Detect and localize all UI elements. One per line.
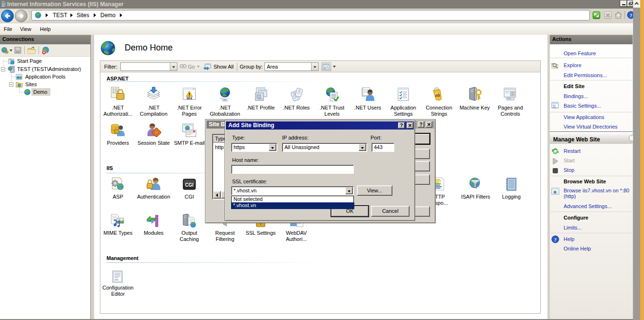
svg-text:ab: ab bbox=[435, 93, 440, 98]
svg-text:?: ? bbox=[554, 237, 557, 242]
svg-text:?: ? bbox=[630, 12, 633, 18]
svg-text:CGI: CGI bbox=[185, 182, 194, 188]
svg-text:404: 404 bbox=[186, 97, 192, 100]
